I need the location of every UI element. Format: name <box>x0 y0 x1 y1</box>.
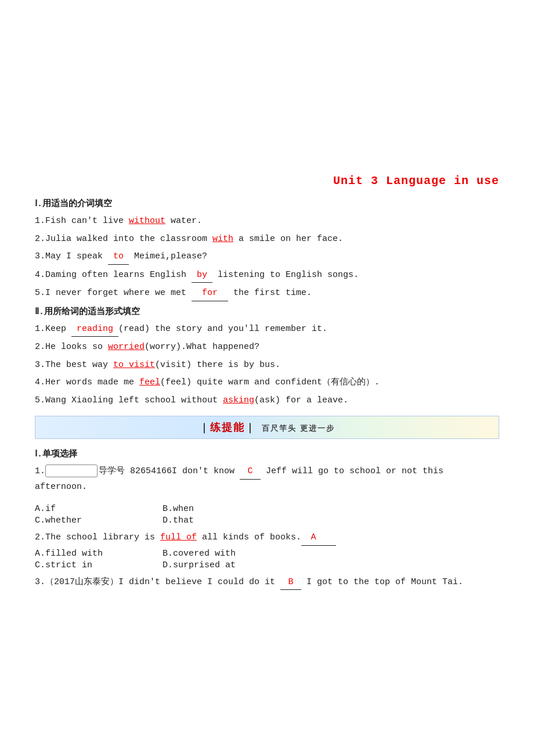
option-d1: D.that <box>163 516 290 525</box>
answer-iii-1: C <box>240 464 261 480</box>
option-a2: A.filled with <box>35 549 163 559</box>
banner-main: 练提能 <box>210 422 245 433</box>
options-row-2a: A.filled with B.covered with <box>35 549 499 559</box>
q-num: 1. <box>35 216 45 226</box>
section-i-title: Ⅰ.用适当的介词填空 <box>35 198 499 209</box>
options-row-1a: A.if B.when <box>35 504 499 514</box>
question-ii-1: 1.Keep reading (read) the story and you'… <box>35 322 499 337</box>
q-num: 1. <box>35 466 45 476</box>
question-iii-2: 2.The school library is full of all kind… <box>35 530 499 546</box>
q-num: 2. <box>35 234 45 244</box>
question-ii-4: 4.Her words made me feel(feel) quite war… <box>35 375 499 390</box>
answer-i-2: with <box>212 234 233 244</box>
question-iii-3: 3.（2017山东泰安）I didn't believe I could do … <box>35 575 499 591</box>
section-iii-title: Ⅰ.单项选择 <box>35 448 499 459</box>
answer-i-1: without <box>129 216 165 226</box>
option-a1: A.if <box>35 504 163 514</box>
q-num: 1. <box>35 324 45 334</box>
question-iii-1: 1.导学号 82654166I don't know C Jeff will g… <box>35 464 499 494</box>
answer-ii-2: worried <box>108 342 145 352</box>
q-num: 2. <box>35 532 45 542</box>
q-num: 5. <box>35 288 45 298</box>
question-ii-5: 5.Wang Xiaoling left school without aski… <box>35 393 499 408</box>
option-b1: B.when <box>163 504 290 514</box>
answer-iii-3: B <box>280 575 301 591</box>
q-num: 4. <box>35 270 45 280</box>
option-c1: C.whether <box>35 516 163 525</box>
banner: ｜练提能｜百尺竿头 更进一步 <box>35 416 499 439</box>
input-box-1[interactable] <box>45 465 98 477</box>
page: Unit 3 Language in use Ⅰ.用适当的介词填空 1.Fish… <box>0 0 534 756</box>
option-d2: D.surprised at <box>163 560 290 570</box>
unit-title: Unit 3 Language in use <box>35 174 499 188</box>
question-ii-2: 2.He looks so worried(worry).What happen… <box>35 340 499 355</box>
q-num: 3. <box>35 251 45 261</box>
option-c2: C.strict in <box>35 560 163 570</box>
option-b2: B.covered with <box>163 549 290 559</box>
q-num: 3. <box>35 360 45 370</box>
question-i-5: 5.I never forget where we met for the fi… <box>35 286 499 301</box>
answer-ii-1: reading <box>71 322 118 337</box>
banner-sub: 百尺竿头 更进一步 <box>262 424 334 433</box>
answer-i-4: by <box>192 268 212 283</box>
q-num: 4. <box>35 377 45 387</box>
answer-iii-2b: A <box>301 530 336 546</box>
answer-ii-4: feel <box>139 377 160 387</box>
answer-i-5: for <box>192 286 228 301</box>
q-num: 2. <box>35 342 45 352</box>
q-num: 3. <box>35 577 45 587</box>
answer-ii-3: to visit <box>113 360 155 370</box>
section-ii-title: Ⅱ.用所给词的适当形式填空 <box>35 306 499 317</box>
question-ii-3: 3.The best way to visit(visit) there is … <box>35 358 499 373</box>
question-i-3: 3.May I speak to Meimei,please? <box>35 249 499 265</box>
options-row-2b: C.strict in D.surprised at <box>35 560 499 570</box>
answer-ii-5: asking <box>223 395 254 405</box>
q-num: 5. <box>35 395 45 405</box>
question-i-2: 2.Julia walked into the classroom with a… <box>35 232 499 247</box>
options-row-1b: C.whether D.that <box>35 516 499 525</box>
answer-i-3: to <box>108 249 129 265</box>
answer-iii-2: full of <box>160 532 197 542</box>
question-i-1: 1.Fish can't live without water. <box>35 214 499 229</box>
top-space <box>35 23 499 174</box>
question-i-4: 4.Daming often learns English by listeni… <box>35 268 499 283</box>
